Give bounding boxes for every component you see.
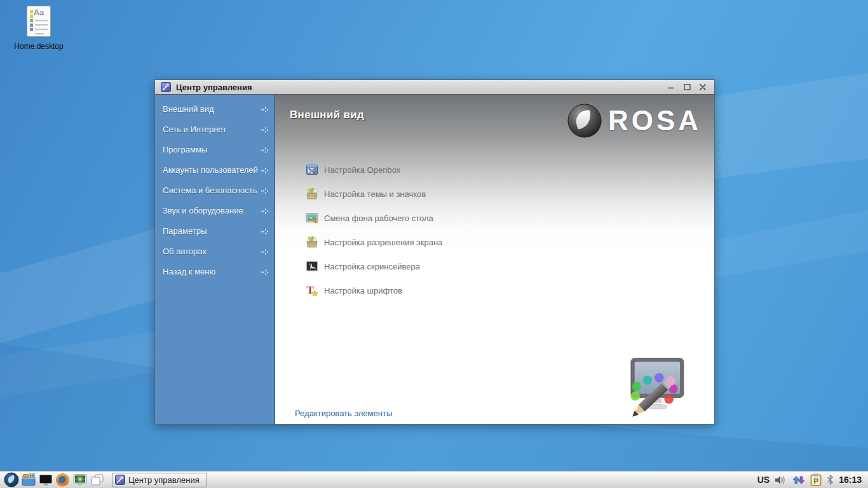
dotted-arrow-icon <box>261 228 269 235</box>
document-icon: Aa <box>25 5 53 38</box>
desktop-monitor-icon[interactable] <box>37 472 53 488</box>
fonts-icon: T <box>306 284 318 297</box>
toolbox-icon <box>306 236 318 248</box>
rosa-menu-icon[interactable] <box>3 472 19 488</box>
openbox-icon <box>306 163 318 176</box>
window-titlebar[interactable]: Центр управления <box>155 80 714 95</box>
desktop-icon-home[interactable]: Aa Home.desktop <box>9 5 69 51</box>
sidebar-item-appearance[interactable]: Внешний вид <box>155 99 274 119</box>
list-item-theme-icons[interactable]: Настройка темы и значков <box>306 182 442 206</box>
main-content: Внешний вид ROSA <box>275 95 714 424</box>
sidebar-item-network[interactable]: Сеть и Интернет <box>155 119 274 140</box>
page-title: Внешний вид <box>290 109 364 121</box>
sidebar-item-sound-hardware[interactable]: Звук и оборудование <box>155 201 274 221</box>
file-manager-icon[interactable] <box>20 472 36 488</box>
dotted-arrow-icon <box>261 167 269 174</box>
sidebar-item-parameters[interactable]: Параметры <box>155 221 274 241</box>
sidebar-item-about[interactable]: Об авторах <box>155 241 274 262</box>
settings-list: Настройка Openbox Настройка темы и значк… <box>306 158 442 302</box>
firefox-icon[interactable] <box>55 472 71 488</box>
keyboard-layout-indicator[interactable]: US <box>757 475 770 485</box>
svg-text:Aa: Aa <box>34 8 44 17</box>
desktop-icon-label: Home.desktop <box>9 42 69 51</box>
screensaver-icon <box>306 260 318 273</box>
system-settings-icon[interactable] <box>72 472 88 488</box>
toolbox-icon <box>306 187 318 200</box>
control-center-window: Центр управления Внешний вид Сеть и Ин <box>154 79 715 424</box>
sidebar-item-programs[interactable]: Программы <box>155 140 274 160</box>
list-item-fonts[interactable]: T Настройка шрифтов <box>306 278 442 302</box>
workspaces-icon[interactable] <box>89 472 105 488</box>
list-item-openbox[interactable]: Настройка Openbox <box>306 158 442 182</box>
sidebar-item-back-to-menu[interactable]: Назад к меню <box>155 262 274 282</box>
list-item-resolution[interactable]: Настройка разрешения экрана <box>306 230 442 254</box>
taskbar: Центр управления US P <box>0 471 868 488</box>
rosa-brand: ROSA <box>567 103 702 139</box>
sidebar: Внешний вид Сеть и Интернет Программы Ак… <box>155 95 275 424</box>
dotted-arrow-icon <box>261 208 269 215</box>
rosa-brand-text: ROSA <box>608 105 702 137</box>
window-controls <box>667 83 709 91</box>
list-item-wallpaper[interactable]: Смена фона рабочего стола <box>306 206 442 230</box>
control-center-icon <box>115 475 125 485</box>
dotted-arrow-icon <box>261 248 269 255</box>
sidebar-item-system-security[interactable]: Система и безопасность <box>155 180 274 201</box>
wallpaper-icon <box>306 212 318 224</box>
rosa-logo-icon <box>567 103 602 139</box>
monitor-pencil-watermark <box>620 355 691 421</box>
clock[interactable]: 16:13 <box>839 475 862 485</box>
window-title: Центр управления <box>176 83 252 92</box>
bluetooth-icon[interactable] <box>827 475 834 485</box>
maximize-icon[interactable] <box>683 83 691 91</box>
dotted-arrow-icon <box>261 126 269 133</box>
dotted-arrow-icon <box>261 187 269 194</box>
minimize-icon[interactable] <box>667 83 675 91</box>
list-item-screensaver[interactable]: Настройка скринсейвера <box>306 254 442 278</box>
window-body: Внешний вид Сеть и Интернет Программы Ак… <box>155 95 714 424</box>
control-center-icon <box>161 82 171 92</box>
dotted-arrow-icon <box>261 147 269 154</box>
dotted-arrow-icon <box>261 106 269 113</box>
close-icon[interactable] <box>699 83 707 91</box>
svg-text:P: P <box>813 477 818 485</box>
edit-items-link[interactable]: Редактировать элементы <box>295 409 392 418</box>
sidebar-item-accounts[interactable]: Аккаунты пользователей <box>155 160 274 180</box>
task-button-control-center[interactable]: Центр управления <box>112 473 207 487</box>
volume-icon[interactable] <box>775 475 787 485</box>
clipboard-manager-icon[interactable]: P <box>810 473 822 486</box>
network-arrows-icon[interactable] <box>792 476 805 484</box>
dotted-arrow-icon <box>261 269 269 276</box>
system-tray: US P 16:13 <box>757 473 865 486</box>
task-button-label: Центр управления <box>128 475 200 485</box>
